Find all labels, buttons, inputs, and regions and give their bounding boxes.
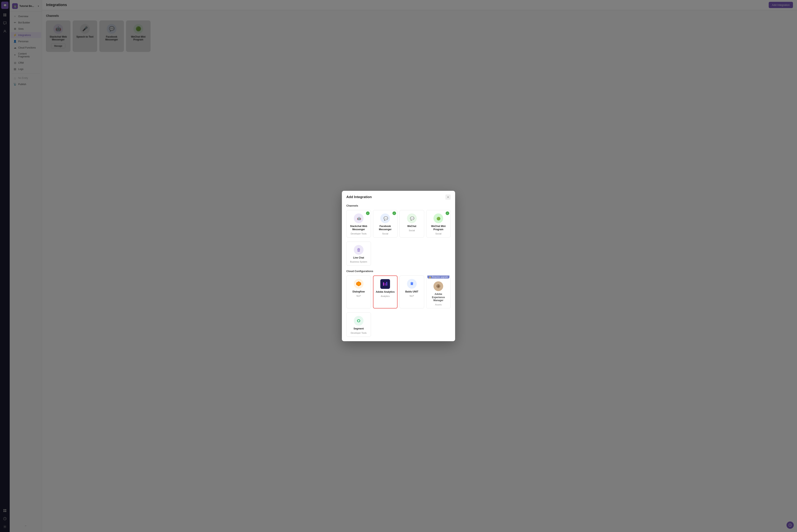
livechat-modal-icon [354, 245, 363, 255]
svg-point-40 [359, 320, 360, 321]
wechat-modal-icon: 💬 [407, 213, 417, 223]
modal-body: Channels ✓ 🤖 Stackchat Web Messenger Dev… [342, 202, 455, 341]
integration-card-adobe-analytics[interactable]: Adobe Analytics Analytics [373, 276, 398, 308]
empty-slot-1 [373, 242, 398, 266]
svg-point-38 [356, 318, 361, 324]
segment-modal-category: Developer Tools [350, 332, 366, 334]
baidu-modal-name: Baidu UNIT [405, 290, 418, 293]
svg-rect-29 [385, 283, 385, 286]
modal-header: Add Integration × [342, 191, 455, 202]
modal-cloud-label: Cloud Configurations [346, 270, 451, 273]
upgrade-badge: 🔒 Requires upgrade [428, 276, 450, 279]
svg-text:💬: 💬 [383, 216, 388, 221]
svg-rect-30 [386, 282, 387, 286]
empty-cloud-slot-2 [399, 312, 424, 337]
wechat-modal-name: WeChat [407, 225, 416, 228]
baidu-modal-icon [407, 279, 417, 289]
channels-grid: ✓ 🤖 Stackchat Web Messenger Developer To… [346, 210, 451, 237]
empty-slot-2 [399, 242, 424, 266]
add-integration-modal: Add Integration × Channels ✓ 🤖 Stackchat… [342, 191, 455, 341]
integration-card-segment[interactable]: Segment Developer Tools [346, 312, 371, 337]
dialogflow-modal-name: Dialogflow [353, 290, 365, 293]
svg-rect-28 [383, 282, 384, 286]
wechat-mini-modal-icon: 🟢 [434, 213, 443, 223]
integration-card-baidu[interactable]: Baidu UNIT NLP [399, 276, 424, 308]
integration-card-livechat[interactable]: Live Chat Business System [346, 242, 371, 266]
facebook-modal-icon: 💬 [380, 213, 390, 223]
livechat-modal-name: Live Chat [353, 256, 364, 260]
adobe-exp-modal-category: Assets [435, 303, 442, 306]
modal-overlay[interactable]: Add Integration × Channels ✓ 🤖 Stackchat… [0, 0, 797, 532]
segment-modal-name: Segment [354, 327, 364, 330]
wechat-mini-modal-category: Social [435, 232, 441, 235]
integration-card-wechat[interactable]: 💬 WeChat Social [399, 210, 424, 237]
segment-modal-icon [354, 316, 363, 326]
svg-text:💬: 💬 [410, 216, 415, 221]
empty-cloud-slot-3 [426, 312, 451, 337]
wechat-modal-category: Social [409, 229, 415, 232]
svg-point-37 [438, 285, 439, 287]
modal-close-button[interactable]: × [445, 194, 451, 200]
facebook-modal-name: Facebook Messenger [375, 225, 396, 231]
empty-slot-3 [426, 242, 451, 266]
integration-card-adobe-exp[interactable]: 🔒 Requires upgrade Adobe Experience Mana… [426, 276, 451, 308]
integration-card-dialogflow[interactable]: Dialogflow NLP [346, 276, 371, 308]
empty-cloud-slot-1 [373, 312, 398, 337]
adobe-analytics-modal-category: Analytics [381, 295, 390, 297]
modal-title: Add Integration [346, 195, 372, 199]
livechat-modal-category: Business System [350, 261, 367, 263]
stackchat-modal-category: Developer Tools [350, 232, 366, 235]
baidu-modal-category: NLP [410, 295, 414, 297]
facebook-modal-category: Social [382, 232, 388, 235]
cloud-grid: Dialogflow NLP Adobe Analytics Ana [346, 276, 451, 308]
stackchat-modal-name: Stackchat Web Messenger [348, 225, 369, 231]
svg-point-34 [412, 282, 412, 283]
connected-badge-facebook: ✓ [393, 211, 396, 215]
svg-point-24 [358, 249, 359, 250]
adobe-analytics-modal-name: Adobe Analytics [376, 290, 395, 294]
adobe-exp-modal-icon [434, 281, 443, 291]
svg-point-39 [357, 320, 358, 321]
svg-point-33 [412, 283, 413, 284]
wechat-mini-modal-name: WeChat Mini Program [429, 225, 449, 231]
adobe-exp-modal-name: Adobe Experience Manager [429, 293, 449, 302]
adobe-analytics-modal-icon [380, 279, 390, 289]
svg-text:🤖: 🤖 [357, 216, 361, 220]
dialogflow-modal-category: NLP [357, 295, 361, 297]
dialogflow-modal-icon [354, 279, 363, 289]
svg-point-32 [411, 283, 412, 284]
integration-card-stackchat[interactable]: ✓ 🤖 Stackchat Web Messenger Developer To… [346, 210, 371, 237]
stackchat-modal-icon: 🤖 [354, 213, 363, 223]
integration-card-wechat-mini[interactable]: ✓ 🟢 WeChat Mini Program Social [426, 210, 451, 237]
upgrade-label: Requires upgrade [432, 276, 448, 278]
modal-channels-label: Channels [346, 204, 451, 207]
lock-icon: 🔒 [429, 276, 431, 278]
svg-text:🟢: 🟢 [437, 217, 440, 221]
connected-badge-wechat-mini: ✓ [445, 211, 449, 215]
integration-card-facebook[interactable]: ✓ 💬 Facebook Messenger Social [373, 210, 398, 237]
connected-badge-stackchat: ✓ [366, 211, 369, 215]
